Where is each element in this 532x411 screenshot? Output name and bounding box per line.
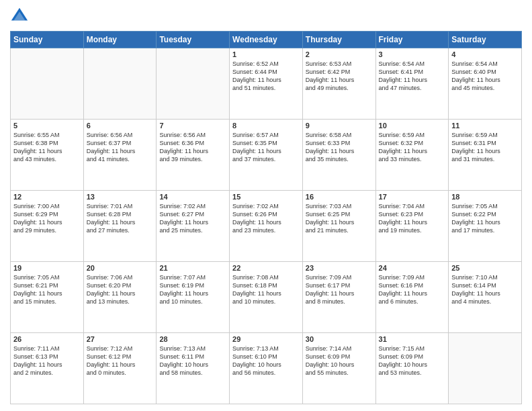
calendar-day-3: 3Sunrise: 6:54 AM Sunset: 6:41 PM Daylig… bbox=[375, 48, 449, 120]
day-info-11: Sunrise: 6:59 AM Sunset: 6:31 PM Dayligh… bbox=[451, 131, 519, 164]
day-number-12: 12 bbox=[13, 193, 81, 201]
weekday-header-wednesday: Wednesday bbox=[230, 32, 303, 48]
calendar-empty bbox=[83, 48, 157, 120]
day-number-8: 8 bbox=[232, 122, 300, 130]
day-number-21: 21 bbox=[159, 264, 226, 272]
weekday-header-thursday: Thursday bbox=[302, 32, 375, 48]
day-info-10: Sunrise: 6:59 AM Sunset: 6:32 PM Dayligh… bbox=[379, 131, 446, 164]
calendar-table: SundayMondayTuesdayWednesdayThursdayFrid… bbox=[10, 31, 522, 404]
day-number-25: 25 bbox=[451, 264, 519, 272]
calendar-day-18: 18Sunrise: 7:05 AM Sunset: 6:22 PM Dayli… bbox=[449, 191, 522, 262]
day-info-5: Sunrise: 6:55 AM Sunset: 6:38 PM Dayligh… bbox=[13, 131, 81, 164]
calendar-day-5: 5Sunrise: 6:55 AM Sunset: 6:38 PM Daylig… bbox=[11, 120, 84, 191]
calendar-day-28: 28Sunrise: 7:13 AM Sunset: 6:11 PM Dayli… bbox=[157, 333, 230, 404]
day-info-29: Sunrise: 7:13 AM Sunset: 6:10 PM Dayligh… bbox=[232, 345, 300, 377]
day-number-6: 6 bbox=[87, 122, 154, 130]
calendar-day-8: 8Sunrise: 6:57 AM Sunset: 6:35 PM Daylig… bbox=[230, 120, 303, 191]
day-info-22: Sunrise: 7:08 AM Sunset: 6:18 PM Dayligh… bbox=[232, 273, 300, 306]
logo bbox=[10, 7, 32, 26]
logo-icon bbox=[10, 7, 29, 26]
calendar-day-2: 2Sunrise: 6:53 AM Sunset: 6:42 PM Daylig… bbox=[302, 48, 375, 120]
day-info-15: Sunrise: 7:02 AM Sunset: 6:26 PM Dayligh… bbox=[232, 202, 300, 235]
day-number-10: 10 bbox=[379, 122, 446, 130]
day-info-3: Sunrise: 6:54 AM Sunset: 6:41 PM Dayligh… bbox=[379, 60, 446, 93]
day-info-19: Sunrise: 7:05 AM Sunset: 6:21 PM Dayligh… bbox=[13, 273, 81, 306]
day-number-18: 18 bbox=[451, 193, 519, 201]
calendar-day-14: 14Sunrise: 7:02 AM Sunset: 6:27 PM Dayli… bbox=[157, 191, 230, 262]
calendar-day-16: 16Sunrise: 7:03 AM Sunset: 6:25 PM Dayli… bbox=[302, 191, 375, 262]
day-info-23: Sunrise: 7:09 AM Sunset: 6:17 PM Dayligh… bbox=[306, 273, 373, 306]
calendar-day-6: 6Sunrise: 6:56 AM Sunset: 6:37 PM Daylig… bbox=[83, 120, 157, 191]
day-info-17: Sunrise: 7:04 AM Sunset: 6:23 PM Dayligh… bbox=[379, 202, 446, 235]
weekday-header-sunday: Sunday bbox=[11, 32, 84, 48]
day-info-7: Sunrise: 6:56 AM Sunset: 6:36 PM Dayligh… bbox=[159, 131, 226, 164]
page: SundayMondayTuesdayWednesdayThursdayFrid… bbox=[0, 0, 532, 411]
day-number-19: 19 bbox=[13, 264, 81, 272]
calendar-day-20: 20Sunrise: 7:06 AM Sunset: 6:20 PM Dayli… bbox=[83, 262, 157, 333]
day-number-11: 11 bbox=[451, 122, 519, 130]
weekday-header-row: SundayMondayTuesdayWednesdayThursdayFrid… bbox=[11, 32, 522, 48]
calendar-day-30: 30Sunrise: 7:14 AM Sunset: 6:09 PM Dayli… bbox=[302, 333, 375, 404]
day-number-29: 29 bbox=[232, 335, 300, 343]
calendar-week-2: 5Sunrise: 6:55 AM Sunset: 6:38 PM Daylig… bbox=[11, 120, 522, 191]
calendar-day-10: 10Sunrise: 6:59 AM Sunset: 6:32 PM Dayli… bbox=[375, 120, 449, 191]
day-number-5: 5 bbox=[13, 122, 81, 130]
calendar-day-12: 12Sunrise: 7:00 AM Sunset: 6:29 PM Dayli… bbox=[11, 191, 84, 262]
calendar-day-9: 9Sunrise: 6:58 AM Sunset: 6:33 PM Daylig… bbox=[302, 120, 375, 191]
calendar-empty bbox=[449, 333, 522, 404]
day-info-12: Sunrise: 7:00 AM Sunset: 6:29 PM Dayligh… bbox=[13, 202, 81, 235]
day-info-16: Sunrise: 7:03 AM Sunset: 6:25 PM Dayligh… bbox=[306, 202, 373, 235]
day-info-8: Sunrise: 6:57 AM Sunset: 6:35 PM Dayligh… bbox=[232, 131, 300, 164]
calendar-day-31: 31Sunrise: 7:15 AM Sunset: 6:09 PM Dayli… bbox=[375, 333, 449, 404]
day-info-31: Sunrise: 7:15 AM Sunset: 6:09 PM Dayligh… bbox=[379, 345, 446, 377]
day-info-28: Sunrise: 7:13 AM Sunset: 6:11 PM Dayligh… bbox=[159, 345, 226, 377]
day-number-16: 16 bbox=[306, 193, 373, 201]
day-number-1: 1 bbox=[232, 50, 300, 58]
day-number-26: 26 bbox=[13, 335, 81, 343]
calendar-day-29: 29Sunrise: 7:13 AM Sunset: 6:10 PM Dayli… bbox=[230, 333, 303, 404]
calendar-day-7: 7Sunrise: 6:56 AM Sunset: 6:36 PM Daylig… bbox=[157, 120, 230, 191]
calendar-day-23: 23Sunrise: 7:09 AM Sunset: 6:17 PM Dayli… bbox=[302, 262, 375, 333]
day-info-30: Sunrise: 7:14 AM Sunset: 6:09 PM Dayligh… bbox=[306, 345, 373, 377]
calendar-week-4: 19Sunrise: 7:05 AM Sunset: 6:21 PM Dayli… bbox=[11, 262, 522, 333]
calendar-day-15: 15Sunrise: 7:02 AM Sunset: 6:26 PM Dayli… bbox=[230, 191, 303, 262]
calendar-day-26: 26Sunrise: 7:11 AM Sunset: 6:13 PM Dayli… bbox=[11, 333, 84, 404]
day-info-21: Sunrise: 7:07 AM Sunset: 6:19 PM Dayligh… bbox=[159, 273, 226, 306]
day-number-3: 3 bbox=[379, 50, 446, 58]
calendar-day-13: 13Sunrise: 7:01 AM Sunset: 6:28 PM Dayli… bbox=[83, 191, 157, 262]
calendar-week-5: 26Sunrise: 7:11 AM Sunset: 6:13 PM Dayli… bbox=[11, 333, 522, 404]
weekday-header-friday: Friday bbox=[375, 32, 449, 48]
day-info-1: Sunrise: 6:52 AM Sunset: 6:44 PM Dayligh… bbox=[232, 60, 300, 93]
calendar-day-25: 25Sunrise: 7:10 AM Sunset: 6:14 PM Dayli… bbox=[449, 262, 522, 333]
day-info-20: Sunrise: 7:06 AM Sunset: 6:20 PM Dayligh… bbox=[87, 273, 154, 306]
day-info-13: Sunrise: 7:01 AM Sunset: 6:28 PM Dayligh… bbox=[87, 202, 154, 235]
calendar-day-11: 11Sunrise: 6:59 AM Sunset: 6:31 PM Dayli… bbox=[449, 120, 522, 191]
day-info-6: Sunrise: 6:56 AM Sunset: 6:37 PM Dayligh… bbox=[87, 131, 154, 164]
day-number-13: 13 bbox=[87, 193, 154, 201]
calendar-day-27: 27Sunrise: 7:12 AM Sunset: 6:12 PM Dayli… bbox=[83, 333, 157, 404]
day-number-17: 17 bbox=[379, 193, 446, 201]
day-info-24: Sunrise: 7:09 AM Sunset: 6:16 PM Dayligh… bbox=[379, 273, 446, 306]
day-info-18: Sunrise: 7:05 AM Sunset: 6:22 PM Dayligh… bbox=[451, 202, 519, 235]
day-number-15: 15 bbox=[232, 193, 300, 201]
day-number-20: 20 bbox=[87, 264, 154, 272]
day-number-7: 7 bbox=[159, 122, 226, 130]
calendar-day-19: 19Sunrise: 7:05 AM Sunset: 6:21 PM Dayli… bbox=[11, 262, 84, 333]
day-number-2: 2 bbox=[306, 50, 373, 58]
day-number-31: 31 bbox=[379, 335, 446, 343]
day-info-14: Sunrise: 7:02 AM Sunset: 6:27 PM Dayligh… bbox=[159, 202, 226, 235]
calendar-day-22: 22Sunrise: 7:08 AM Sunset: 6:18 PM Dayli… bbox=[230, 262, 303, 333]
weekday-header-tuesday: Tuesday bbox=[157, 32, 230, 48]
day-number-28: 28 bbox=[159, 335, 226, 343]
day-info-9: Sunrise: 6:58 AM Sunset: 6:33 PM Dayligh… bbox=[306, 131, 373, 164]
header bbox=[10, 7, 522, 26]
day-info-4: Sunrise: 6:54 AM Sunset: 6:40 PM Dayligh… bbox=[451, 60, 519, 93]
day-number-24: 24 bbox=[379, 264, 446, 272]
weekday-header-saturday: Saturday bbox=[449, 32, 522, 48]
day-number-23: 23 bbox=[306, 264, 373, 272]
calendar-week-3: 12Sunrise: 7:00 AM Sunset: 6:29 PM Dayli… bbox=[11, 191, 522, 262]
calendar-empty bbox=[11, 48, 84, 120]
calendar-day-17: 17Sunrise: 7:04 AM Sunset: 6:23 PM Dayli… bbox=[375, 191, 449, 262]
day-info-2: Sunrise: 6:53 AM Sunset: 6:42 PM Dayligh… bbox=[306, 60, 373, 93]
day-info-26: Sunrise: 7:11 AM Sunset: 6:13 PM Dayligh… bbox=[13, 345, 81, 377]
